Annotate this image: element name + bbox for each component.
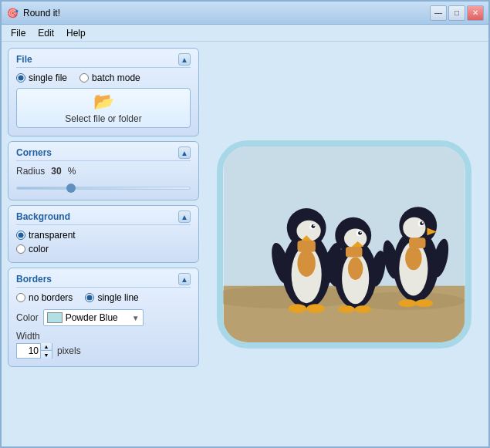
preview-image <box>217 140 471 349</box>
app-icon: 🎯 <box>6 7 19 19</box>
svg-point-27 <box>360 231 361 233</box>
file-section-header: File ▲ <box>16 53 191 68</box>
corners-section-header: Corners ▲ <box>16 147 191 161</box>
transparent-radio-label[interactable]: transparent <box>16 230 191 241</box>
batch-mode-radio[interactable] <box>79 73 89 83</box>
border-width-row: 10 ▲ ▼ pixels <box>16 343 191 359</box>
svg-point-20 <box>347 257 363 279</box>
svg-point-12 <box>311 224 315 228</box>
corners-section-title: Corners <box>16 147 52 158</box>
title-bar-left: 🎯 Round it! <box>6 7 60 19</box>
radius-slider[interactable] <box>16 187 191 190</box>
svg-point-44 <box>398 299 416 307</box>
border-radio-group: no borders single line <box>16 292 191 303</box>
penguin-scene <box>223 147 465 342</box>
spinner-up-button[interactable]: ▲ <box>41 343 52 351</box>
menu-help[interactable]: Help <box>60 26 92 40</box>
no-borders-radio-label[interactable]: no borders <box>16 292 73 303</box>
title-bar: 🎯 Round it! — □ ✕ <box>2 2 488 25</box>
borders-collapse-button[interactable]: ▲ <box>178 273 191 285</box>
svg-point-31 <box>354 305 370 313</box>
main-window: 🎯 Round it! — □ ✕ File Edit Help File ▲ <box>0 0 490 448</box>
minimize-button[interactable]: — <box>430 5 447 21</box>
main-content: File ▲ single file batch mode 📂 Select <box>2 42 488 446</box>
transparent-radio[interactable] <box>16 231 25 240</box>
color-radio-label[interactable]: color <box>16 244 191 254</box>
single-file-radio[interactable] <box>16 73 25 83</box>
borders-section-header: Borders ▲ <box>16 273 191 288</box>
maximize-button[interactable]: □ <box>448 5 465 21</box>
color-name-text: Powder Blue <box>66 312 129 323</box>
border-width-block: Width 10 ▲ ▼ pixels <box>16 331 191 359</box>
single-line-radio[interactable] <box>85 293 94 302</box>
window-controls: — □ ✕ <box>430 5 484 21</box>
color-swatch <box>47 312 63 323</box>
svg-rect-23 <box>345 246 361 257</box>
folder-icon: 📂 <box>93 92 114 112</box>
borders-section-title: Borders <box>16 274 52 285</box>
color-label: color <box>29 244 49 254</box>
svg-point-41 <box>421 221 423 223</box>
preview-area <box>205 48 482 440</box>
svg-point-34 <box>405 245 421 269</box>
width-spinner: 10 ▲ ▼ <box>16 343 52 359</box>
background-section-header: Background ▲ <box>16 211 191 225</box>
single-line-label: single line <box>97 292 138 303</box>
transparent-label: transparent <box>29 230 76 241</box>
file-collapse-button[interactable]: ▲ <box>178 53 191 66</box>
radius-slider-container <box>16 181 191 192</box>
file-section: File ▲ single file batch mode 📂 Select <box>8 48 199 136</box>
borders-section: Borders ▲ no borders single line Color <box>8 268 199 367</box>
svg-point-17 <box>306 304 324 313</box>
svg-point-6 <box>297 249 315 276</box>
left-panel: File ▲ single file batch mode 📂 Select <box>8 48 199 440</box>
single-file-radio-label[interactable]: single file <box>16 72 67 83</box>
radius-row: Radius 30 % <box>16 166 191 177</box>
file-section-title: File <box>16 54 32 65</box>
batch-mode-label: batch mode <box>92 72 140 83</box>
background-section: Background ▲ transparent color <box>8 205 199 263</box>
svg-rect-37 <box>409 237 425 248</box>
svg-point-13 <box>313 224 314 226</box>
background-collapse-button[interactable]: ▲ <box>178 211 191 223</box>
batch-mode-radio-label[interactable]: batch mode <box>79 72 140 83</box>
corners-collapse-button[interactable]: ▲ <box>178 147 191 159</box>
svg-point-36 <box>403 217 425 237</box>
svg-rect-9 <box>297 241 315 252</box>
menu-edit[interactable]: Edit <box>32 26 60 40</box>
border-width-label: Width <box>16 331 191 342</box>
radius-value: 30 <box>51 166 61 177</box>
select-file-button[interactable]: 📂 Select file or folder <box>16 88 191 128</box>
svg-point-30 <box>338 305 354 313</box>
no-borders-radio[interactable] <box>16 293 25 302</box>
pixels-label: pixels <box>57 345 81 356</box>
svg-point-26 <box>358 231 362 234</box>
radius-label: Radius <box>16 166 45 177</box>
background-section-title: Background <box>16 211 70 222</box>
menu-file[interactable]: File <box>5 26 32 40</box>
no-borders-label: no borders <box>29 292 73 303</box>
border-color-row: Color Powder Blue ▼ <box>16 309 191 326</box>
menu-bar: File Edit Help <box>2 25 488 42</box>
single-line-radio-label[interactable]: single line <box>85 292 138 303</box>
window-title: Round it! <box>23 8 60 19</box>
svg-point-40 <box>420 221 424 225</box>
close-button[interactable]: ✕ <box>467 5 484 21</box>
corners-section: Corners ▲ Radius 30 % <box>8 141 199 200</box>
spinner-arrows: ▲ ▼ <box>40 343 52 359</box>
dropdown-arrow-icon: ▼ <box>132 314 140 322</box>
select-file-label: Select file or folder <box>65 113 141 124</box>
spinner-down-button[interactable]: ▼ <box>41 351 52 359</box>
svg-point-45 <box>414 299 432 307</box>
border-color-label: Color <box>16 312 39 323</box>
svg-point-16 <box>288 304 306 313</box>
border-color-dropdown[interactable]: Powder Blue ▼ <box>43 309 144 326</box>
file-radio-group: single file batch mode <box>16 72 191 83</box>
radius-unit: % <box>68 166 76 177</box>
background-radio-group: transparent color <box>16 230 191 254</box>
color-radio[interactable] <box>16 244 25 254</box>
width-input[interactable]: 10 <box>17 344 40 358</box>
single-file-label: single file <box>29 72 67 83</box>
